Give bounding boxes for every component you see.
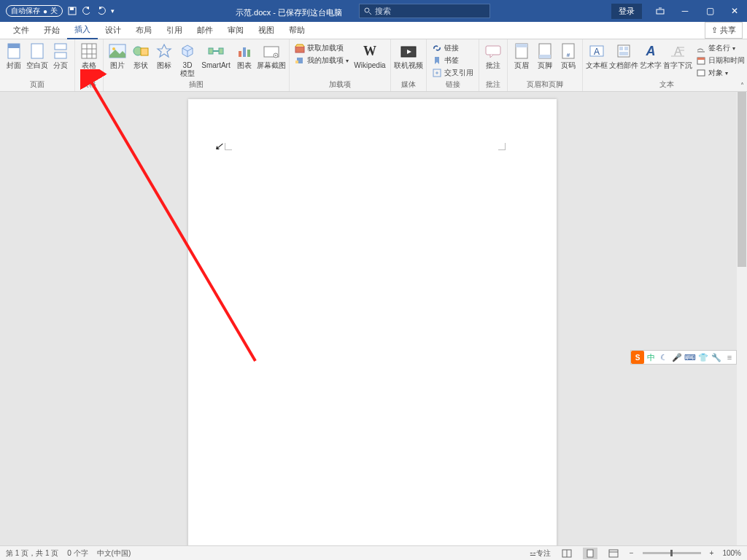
group-label-pages: 页面 (30, 79, 44, 91)
collapse-ribbon-icon[interactable]: ˄ (740, 82, 744, 90)
page-number-button[interactable]: #页码 (557, 41, 579, 69)
tab-layout[interactable]: 布局 (128, 22, 159, 39)
blank-page-button[interactable]: 空白页 (26, 41, 48, 69)
zoom-out-button[interactable]: − (630, 549, 634, 557)
cross-reference-button[interactable]: 交叉引用 (430, 67, 476, 79)
chart-button[interactable]: 图表 (233, 41, 255, 69)
group-comments: 批注 批注 (479, 39, 508, 91)
svg-rect-34 (516, 44, 527, 47)
ribbon-options-icon[interactable] (648, 0, 673, 22)
group-label-text: 文本 (659, 79, 674, 91)
minimize-icon[interactable]: ─ (673, 0, 697, 22)
web-layout-icon[interactable] (606, 548, 621, 559)
tab-file[interactable]: 文件 (6, 22, 36, 39)
date-time-button[interactable]: 日期和时间 (694, 55, 747, 66)
svg-rect-4 (657, 9, 664, 14)
svg-rect-22 (243, 47, 246, 57)
svg-rect-29 (295, 61, 298, 63)
group-illustrations: 图片 形状 图标 3D 模型 SmartArt 图表 屏幕截图 插图 (104, 39, 290, 91)
object-button[interactable]: 对象▾ (694, 67, 747, 79)
sogou-icon[interactable]: S (631, 351, 644, 364)
page-number-icon: # (560, 42, 577, 60)
status-bar: 第 1 页，共 1 页 0 个字 中文(中国) ⚍专注 − + 100% (0, 545, 747, 560)
svg-point-2 (365, 8, 369, 12)
smartart-button[interactable]: SmartArt (200, 41, 232, 69)
ime-toolbar[interactable]: S 中 ☾ 🎤 ⌨ 👕 🔧 ≡ (630, 350, 737, 365)
shapes-button[interactable]: 形状 (130, 41, 152, 69)
bookmark-button[interactable]: 书签 (430, 55, 476, 66)
ime-moon-icon[interactable]: ☾ (657, 351, 670, 364)
group-text: A文本框 文档部件 A艺术字 A首字下沉 签名行▾ 日期和时间 对象▾ 文本 (583, 39, 747, 91)
focus-mode-button[interactable]: ⚍专注 (530, 548, 551, 559)
quickparts-icon (615, 42, 632, 60)
icons-button[interactable]: 图标 (153, 41, 175, 69)
screenshot-button[interactable]: 屏幕截图 (257, 41, 286, 69)
read-mode-icon[interactable] (560, 548, 574, 559)
table-icon (80, 42, 98, 60)
status-language[interactable]: 中文(中国) (97, 548, 131, 559)
tab-home[interactable]: 开始 (36, 22, 67, 39)
pictures-button[interactable]: 图片 (107, 41, 128, 69)
calendar-icon (696, 55, 706, 66)
group-label-comments: 批注 (486, 79, 500, 91)
tab-insert[interactable]: 插入 (67, 21, 98, 39)
ime-menu-icon[interactable]: ≡ (723, 351, 736, 364)
ime-mic-icon[interactable]: 🎤 (670, 351, 684, 364)
get-addins-button[interactable]: 获取加载项 (293, 42, 351, 54)
ime-tool-icon[interactable]: 🔧 (710, 351, 723, 364)
tab-references[interactable]: 引用 (159, 22, 190, 39)
search-box[interactable]: 搜索 (359, 4, 490, 18)
svg-rect-6 (8, 44, 20, 48)
dropcap-button[interactable]: A首字下沉 (663, 41, 692, 69)
zoom-slider[interactable] (643, 552, 701, 554)
page[interactable]: ↙ (188, 99, 557, 545)
wordart-button[interactable]: A艺术字 (640, 41, 662, 69)
save-icon[interactable] (67, 6, 77, 16)
3d-models-button[interactable]: 3D 模型 (177, 41, 198, 77)
ime-skin-icon[interactable]: 👕 (697, 351, 710, 364)
table-button[interactable]: 表格 (78, 41, 100, 69)
autosave-toggle[interactable]: 自动保存 ● 关 (6, 5, 63, 17)
signature-icon (696, 43, 706, 53)
status-page[interactable]: 第 1 页，共 1 页 (6, 548, 58, 559)
header-button[interactable]: 页眉 (511, 41, 533, 69)
tab-review[interactable]: 审阅 (220, 22, 251, 39)
maximize-icon[interactable]: ▢ (697, 0, 722, 22)
zoom-in-button[interactable]: + (710, 549, 714, 557)
group-label-table: 表格 (82, 79, 96, 91)
quick-parts-button[interactable]: 文档部件 (609, 41, 638, 69)
svg-rect-9 (55, 52, 66, 58)
close-icon[interactable]: ✕ (722, 0, 747, 22)
textbox-button[interactable]: A文本框 (586, 41, 608, 69)
document-area[interactable]: ↙ (0, 92, 737, 545)
footer-button[interactable]: 页脚 (534, 41, 556, 69)
undo-icon[interactable] (82, 6, 92, 16)
group-media: 联机视频 媒体 (391, 39, 427, 91)
screenshot-icon (263, 42, 280, 60)
tab-help[interactable]: 帮助 (282, 22, 312, 39)
tab-view[interactable]: 视图 (251, 22, 282, 39)
login-button[interactable]: 登录 (611, 4, 642, 19)
tab-design[interactable]: 设计 (98, 22, 128, 39)
ime-lang[interactable]: 中 (644, 351, 657, 364)
my-addins-button[interactable]: 我的加载项▾ (293, 55, 351, 66)
share-button[interactable]: ⇪共享 (705, 22, 743, 39)
chart-icon (236, 42, 253, 60)
link-button[interactable]: 链接 (430, 42, 476, 54)
scrollbar-thumb[interactable] (738, 92, 746, 267)
online-video-button[interactable]: 联机视频 (394, 41, 423, 69)
zoom-level[interactable]: 100% (722, 549, 741, 557)
status-word-count[interactable]: 0 个字 (67, 548, 88, 559)
search-icon (364, 7, 372, 15)
comment-button[interactable]: 批注 (482, 41, 504, 69)
wikipedia-button[interactable]: WWikipedia (352, 41, 387, 69)
cover-page-button[interactable]: 封面 (3, 41, 25, 69)
print-layout-icon[interactable] (583, 548, 597, 559)
group-addins: 获取加载项 我的加载项▾ WWikipedia 加载项 (290, 39, 391, 91)
redo-icon[interactable] (96, 6, 107, 16)
vertical-scrollbar[interactable] (737, 92, 747, 545)
tab-mailings[interactable]: 邮件 (190, 22, 220, 39)
page-break-button[interactable]: 分页 (50, 41, 71, 69)
ime-keyboard-icon[interactable]: ⌨ (684, 351, 697, 364)
signature-line-button[interactable]: 签名行▾ (694, 42, 747, 54)
